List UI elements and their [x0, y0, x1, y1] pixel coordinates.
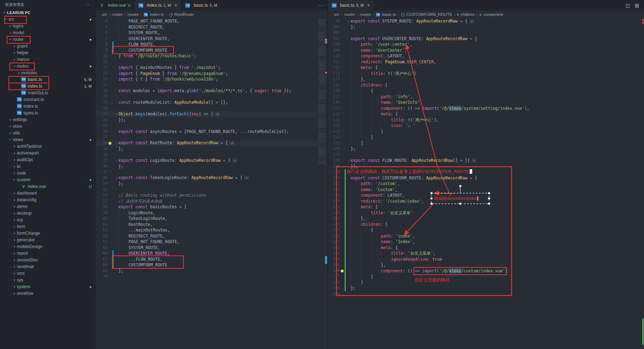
chevron-down-icon[interactable]: ›	[12, 177, 17, 182]
code-line[interactable]: 245},	[328, 262, 644, 268]
code-line[interactable]: 61RootRoute,	[96, 222, 318, 228]
code-line[interactable]: 109name: 'UserCenter',	[328, 47, 644, 53]
code-line[interactable]: 59LoginRoute,	[96, 210, 318, 216]
code-line[interactable]: 127	[328, 152, 644, 158]
chevron-right-icon[interactable]: ›	[12, 291, 17, 296]
chevron-right-icon[interactable]: ›	[12, 171, 17, 176]
code-line[interactable]: 244ignoreKeepAlive: true	[328, 256, 644, 262]
tree-item-formChange[interactable]: ›formChange	[0, 230, 95, 236]
tree-item-helper[interactable]: ›helper	[0, 49, 95, 56]
chevron-right-icon[interactable]: ›	[12, 191, 17, 196]
chevron-right-icon[interactable]: ›	[12, 237, 17, 242]
lightbulb-icon[interactable]	[340, 269, 345, 272]
tree-item-router[interactable]: ›router●	[0, 36, 95, 43]
code-line[interactable]: 44};	[96, 164, 318, 170]
chevron-right-icon[interactable]: ›	[8, 117, 13, 122]
breadcrumb-item[interactable]: router	[112, 12, 123, 17]
code-line[interactable]: 233component: LAYOUT,	[328, 192, 644, 198]
more-tabs-icon[interactable]: ⋯	[314, 0, 327, 11]
code-line[interactable]: 248]	[328, 280, 644, 286]
chevron-right-icon[interactable]: ›	[12, 231, 17, 236]
code-line[interactable]: 64PAGE_NOT_FOUND_ROUTE,	[96, 239, 318, 245]
tree-item-sys[interactable]: ›sys	[0, 277, 95, 283]
code-line[interactable]: 55	[96, 187, 318, 193]
breadcrumb-item[interactable]: ⚙children	[457, 12, 475, 17]
tree-item-dashboard[interactable]: ›dashboard	[0, 190, 95, 196]
code-line[interactable]: 65SYSTEM_ROUTE,	[96, 245, 318, 251]
code-line[interactable]: 125]	[328, 140, 644, 146]
chevron-right-icon[interactable]: ›	[12, 44, 17, 49]
tree-item-mainOut.ts[interactable]: TSmainOut.ts	[0, 89, 95, 96]
tree-item-index.ts[interactable]: TSindex.ts1, M	[0, 83, 95, 89]
chevron-right-icon[interactable]: ›	[8, 131, 13, 135]
fold-chevron-icon[interactable]: ›	[114, 175, 118, 181]
code-line[interactable]: 126};	[328, 146, 644, 152]
tree-item-index.ts[interactable]: TSindex.ts	[0, 103, 95, 109]
tree-item-modules[interactable]: ›modules	[0, 69, 95, 76]
breadcrumb-item[interactable]: TSindex.ts	[144, 12, 164, 17]
close-icon[interactable]: ×	[367, 3, 370, 8]
chevron-right-icon[interactable]: ›	[12, 211, 17, 216]
tree-item-auditOpt[interactable]: ›auditOpt	[0, 156, 95, 163]
tree-item-activereport[interactable]: ›activereport	[0, 150, 95, 156]
tab-basic.ts[interactable]: TSbasic.ts5, M	[181, 0, 221, 11]
chevron-right-icon[interactable]: ›	[12, 144, 17, 149]
code-line[interactable]: 5REDIRECT_ROUTE,	[96, 24, 318, 30]
tree-item-constant.ts[interactable]: TSconstant.ts	[0, 96, 95, 103]
minimap[interactable]	[318, 18, 327, 349]
folded-ellipsis-icon[interactable]: ⋯	[215, 112, 220, 116]
breadcrumb-item[interactable]: router	[344, 12, 355, 17]
code-line[interactable]: 16const modules = import.meta.glob('./mo…	[96, 88, 318, 94]
fold-chevron-icon[interactable]: ›	[114, 140, 118, 146]
tree-item-src[interactable]: ›src●	[0, 16, 95, 23]
split-editor-icon[interactable]: ◫	[625, 3, 630, 8]
folded-ellipsis-icon[interactable]: ⋯	[244, 176, 249, 180]
code-line[interactable]: 229	[328, 169, 644, 175]
code-line[interactable]: 239{	[328, 227, 644, 233]
code-line[interactable]: 117path: 'info',	[328, 94, 644, 100]
code-line[interactable]: 241name: 'Index',	[328, 239, 644, 245]
code-line[interactable]: 27	[96, 134, 318, 140]
breadcrumb-item[interactable]: {}CUSTOMFORM_ROUTE	[401, 12, 452, 17]
code-line[interactable]: 66USERCENTER_ROUTE,	[96, 250, 318, 256]
code-line[interactable]: 247}	[328, 274, 644, 280]
code-line[interactable]: 18const routeModuleList: AppRouteModule[…	[96, 100, 318, 106]
chevron-down-icon[interactable]: ›	[8, 37, 13, 42]
code-line[interactable]: 124}	[328, 134, 644, 140]
chevron-right-icon[interactable]: ›	[8, 30, 13, 35]
tree-item-sendmail[interactable]: ›sendmail	[0, 263, 95, 270]
chevron-right-icon[interactable]: ›	[8, 24, 13, 28]
code-line[interactable]: 26export const asyncRoutes = [PAGE_NOT_F…	[96, 129, 318, 135]
chevron-right-icon[interactable]: ›	[12, 204, 17, 209]
tree-item-logics[interactable]: ›logics	[0, 23, 95, 29]
tree-item-index.vue[interactable]: Vindex.vueU	[0, 183, 95, 190]
tree-item-utils[interactable]: ›utils	[0, 129, 95, 136]
tab-index.ts[interactable]: TSindex.ts1, M×	[135, 0, 181, 11]
code-line[interactable]: 24});	[96, 117, 318, 123]
project-root-row[interactable]: › LEARUN PC	[0, 9, 95, 16]
chevron-right-icon[interactable]: ›	[12, 57, 17, 62]
chevron-right-icon[interactable]: ›	[12, 244, 17, 249]
code-line[interactable]: 122icon: '⚇ '	[328, 123, 644, 129]
chevron-right-icon[interactable]: ›	[12, 251, 17, 256]
code-line[interactable]: 116{	[328, 88, 644, 94]
fold-chevron-icon[interactable]: ›	[346, 18, 351, 24]
tree-item-demo[interactable]: ›demo	[0, 203, 95, 210]
tree-item-bi[interactable]: ›bi	[0, 163, 95, 170]
tree-item-sms[interactable]: ›sms	[0, 270, 95, 277]
code-line[interactable]: 246component: () => import('/@/views/cus…	[328, 268, 644, 274]
code-line[interactable]: 234redirect: '/custom/index',	[328, 198, 644, 204]
tree-item-workflow[interactable]: ›workflow	[0, 290, 95, 297]
code-line[interactable]: 236title: '自定义菜单'	[328, 210, 644, 216]
code-line[interactable]: 8FLOW_ROUTE,	[96, 42, 318, 47]
editor-layout-icon[interactable]: ▤	[635, 3, 639, 8]
code-line[interactable]: 128›export const FLOW_ROUTE: AppRouteRec…	[328, 158, 644, 164]
tree-item-views[interactable]: ›views●	[0, 136, 95, 143]
chevron-right-icon[interactable]: ›	[12, 50, 17, 55]
tree-item-types.ts[interactable]: TStypes.ts	[0, 109, 95, 116]
chevron-right-icon[interactable]: ›	[12, 217, 17, 222]
tab-index.vue[interactable]: Vindex.vueU	[96, 0, 135, 11]
code-line[interactable]: 113title: t('用户中心')	[328, 71, 644, 77]
code-line[interactable]: 60TokenLoginRoute,	[96, 216, 318, 222]
code-line[interactable]: 237},	[328, 216, 644, 222]
